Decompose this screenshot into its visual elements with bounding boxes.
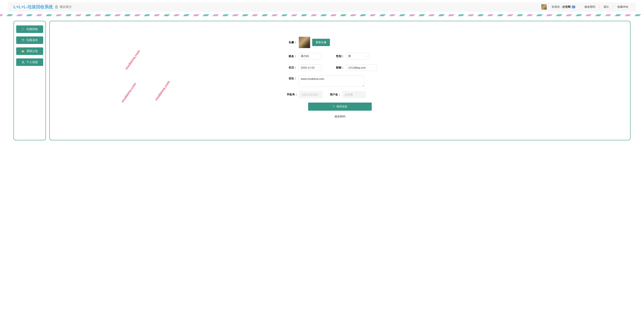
welcome-username: 好贵啊 bbox=[562, 5, 570, 8]
direction-icon bbox=[22, 38, 25, 42]
update-avatar-button[interactable]: 更新头像 bbox=[312, 39, 330, 46]
svg-marker-12 bbox=[22, 40, 23, 42]
sidebar-item-announce[interactable]: 系统公告 bbox=[16, 48, 43, 55]
svg-rect-0 bbox=[56, 6, 58, 9]
username-input bbox=[342, 91, 366, 98]
decorative-stripe bbox=[0, 14, 644, 16]
announce-icon bbox=[22, 50, 25, 53]
username-label: 用户名： bbox=[328, 93, 341, 96]
divider: | bbox=[613, 6, 614, 8]
trash-can-icon bbox=[54, 5, 58, 9]
project-intro-link[interactable]: 项目简介 bbox=[60, 5, 72, 9]
watermark: mudaima.com bbox=[154, 80, 171, 102]
header-bar: L+L+L-垃圾回收系统 项目简介 欢迎你：好贵啊 修改密码 | 退出 | 收藏… bbox=[8, 2, 636, 12]
birthday-label: 生日： bbox=[286, 66, 297, 70]
watermark: mudaima.com bbox=[120, 82, 137, 103]
svg-marker-10 bbox=[24, 39, 24, 40]
sidebar-item-label: 垃圾去向 bbox=[26, 38, 38, 42]
svg-rect-14 bbox=[22, 51, 24, 51]
recycle-icon bbox=[22, 28, 25, 31]
avatar-preview bbox=[299, 37, 310, 48]
address-textarea[interactable] bbox=[299, 76, 364, 87]
phone-input bbox=[300, 91, 322, 98]
user-icon bbox=[332, 105, 336, 108]
sidebar: 垃圾回收 垃圾去向 系统公告 个人信息 bbox=[14, 21, 46, 140]
profile-form: 头像： 更新头像 姓名： 性别： 男 ▾ bbox=[286, 37, 394, 118]
sidebar-item-direction[interactable]: 垃圾去向 bbox=[16, 36, 43, 44]
svg-rect-7 bbox=[574, 7, 574, 7]
gender-label: 性别： bbox=[333, 54, 344, 58]
svg-rect-2 bbox=[56, 5, 57, 6]
sidebar-item-recycle[interactable]: 垃圾回收 bbox=[16, 26, 43, 33]
svg-rect-11 bbox=[23, 40, 24, 41]
sidebar-item-profile[interactable]: 个人信息 bbox=[16, 58, 43, 66]
change-password-link[interactable]: 修改密码 bbox=[584, 5, 595, 9]
header-right: 欢迎你：好贵啊 修改密码 | 退出 | 收藏本站 bbox=[541, 4, 630, 10]
logout-link[interactable]: 退出 bbox=[604, 5, 609, 9]
divider: | bbox=[599, 6, 600, 8]
sidebar-item-label: 个人信息 bbox=[26, 60, 38, 64]
gender-value: 男 bbox=[348, 54, 351, 58]
phone-label: 手机号： bbox=[286, 93, 298, 96]
header-avatar[interactable] bbox=[541, 4, 547, 10]
email-input[interactable] bbox=[346, 64, 377, 71]
gender-select[interactable]: 男 ▾ bbox=[346, 53, 369, 60]
email-label: 邮箱： bbox=[333, 66, 344, 70]
name-input[interactable] bbox=[299, 53, 322, 60]
svg-point-15 bbox=[23, 50, 24, 51]
content-panel: mudaima.com mudaima.com mudaima.com 头像： … bbox=[49, 21, 630, 140]
sidebar-item-label: 垃圾回收 bbox=[26, 27, 38, 31]
main-container: 垃圾回收 垃圾去向 系统公告 个人信息 mudaima.com mudaima.… bbox=[0, 16, 644, 145]
watermark: mudaima.com bbox=[124, 49, 141, 70]
favorite-link[interactable]: 收藏本站 bbox=[618, 5, 628, 9]
change-password-bottom-link[interactable]: 修改密码 bbox=[286, 115, 394, 118]
name-label: 姓名： bbox=[286, 54, 297, 58]
avatar-label: 头像： bbox=[286, 41, 297, 44]
svg-point-17 bbox=[333, 106, 334, 106]
app-logo: L+L+L-垃圾回收系统 bbox=[14, 4, 53, 10]
address-label: 住址： bbox=[286, 77, 297, 80]
chevron-down-icon: ▾ bbox=[366, 55, 367, 58]
welcome-text: 欢迎你：好贵啊 bbox=[552, 5, 575, 9]
id-card-icon bbox=[572, 6, 575, 8]
svg-rect-6 bbox=[574, 6, 574, 7]
svg-rect-5 bbox=[572, 7, 573, 8]
birthday-input[interactable] bbox=[299, 64, 322, 71]
svg-point-16 bbox=[22, 61, 24, 62]
save-button[interactable]: 保存信息 bbox=[308, 102, 372, 111]
svg-rect-9 bbox=[22, 39, 24, 40]
welcome-prefix: 欢迎你： bbox=[552, 5, 562, 8]
sidebar-item-label: 系统公告 bbox=[26, 49, 38, 53]
svg-point-4 bbox=[573, 6, 573, 7]
user-icon bbox=[22, 60, 25, 64]
save-button-label: 保存信息 bbox=[336, 105, 347, 108]
